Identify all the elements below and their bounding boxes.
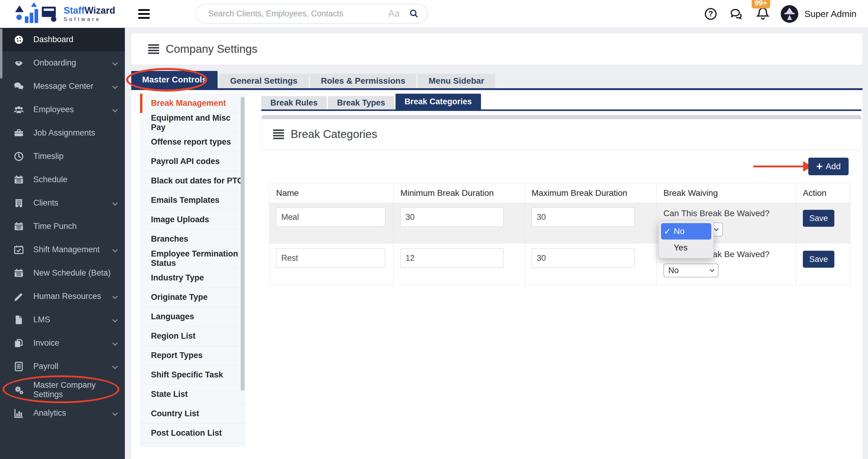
settings-nav-item-languages[interactable]: Languages (140, 307, 246, 327)
sidebar-item-timeslip[interactable]: Timeslip (0, 145, 125, 168)
sidebar-item-invoice[interactable]: Invoice (0, 331, 125, 355)
sidebar-item-label: Invoice (33, 338, 59, 348)
settings-nav-item-originate-type[interactable]: Originate Type (140, 288, 246, 307)
chevron-down-icon (112, 83, 118, 89)
chevron-down-icon (112, 317, 118, 322)
gears-icon (12, 384, 26, 396)
add-button[interactable]: Add (808, 158, 848, 175)
table-header-row: Name Minimum Break Duration Maximum Brea… (270, 183, 850, 203)
chevron-down-icon (112, 340, 118, 346)
waive-dropdown-menu: No Yes (658, 221, 714, 258)
tab-break-rules[interactable]: Break Rules (261, 96, 327, 110)
case-sensitivity-toggle[interactable]: Aa (388, 8, 400, 19)
sidebar-item-new-schedule-beta[interactable]: New Schedule (Beta) (0, 261, 125, 285)
settings-nav-item-branches[interactable]: Branches (140, 230, 246, 249)
waive-select[interactable]: No (663, 264, 719, 277)
sidebar-item-human-resources[interactable]: Human Resources (0, 285, 125, 308)
settings-nav-item-image-uploads[interactable]: Image Uploads (140, 210, 246, 230)
app-logo[interactable]: StaffWizard Software (14, 2, 115, 25)
brand-name-part2: Wizard (85, 5, 115, 16)
settings-nav-item-offense-report-types[interactable]: Offense report types (140, 132, 246, 152)
column-header-max-duration: Maximum Break Duration (525, 183, 657, 203)
settings-nav-item-industry-type[interactable]: Industry Type (140, 268, 246, 288)
settings-nav-item-post-location-list[interactable]: Post Location List (140, 424, 246, 443)
sidebar-item-analytics[interactable]: Analytics (0, 401, 125, 425)
waive-question-label: Can This Break Be Waived? (663, 209, 796, 218)
settings-nav-item-blackout-dates-pto[interactable]: Black out dates for PTO (140, 171, 246, 191)
user-name[interactable]: Super Admin (804, 9, 857, 19)
settings-nav-item-emails-templates[interactable]: Emails Templates (140, 191, 246, 210)
settings-nav-item-shift-specific-task[interactable]: Shift Specific Task (140, 365, 246, 385)
chevron-down-icon (112, 247, 118, 252)
user-avatar[interactable] (781, 5, 798, 23)
tab-break-categories[interactable]: Break Categories (396, 94, 481, 110)
sidebar-item-message-center[interactable]: Message Center (0, 74, 125, 98)
max-duration-input[interactable] (532, 207, 634, 227)
settings-nav-item-region-list[interactable]: Region List (140, 327, 246, 346)
sidebar-item-onboarding[interactable]: Onboarding (0, 51, 125, 74)
global-search: Aa (195, 4, 428, 24)
calendar-icon (12, 267, 26, 279)
sidebar-item-job-assignments[interactable]: Job Assignments (0, 121, 125, 145)
help-icon[interactable] (704, 7, 718, 21)
search-icon[interactable] (409, 8, 419, 19)
save-button[interactable]: Save (803, 251, 834, 268)
sidebar-item-label: Onboarding (33, 58, 76, 68)
settings-nav-item-break-management[interactable]: Break Management (140, 94, 246, 113)
list-icon (273, 129, 284, 139)
sidebar-item-dashboard[interactable]: Dashboard (0, 28, 125, 51)
tab-menu-sidebar[interactable]: Menu Sidebar (417, 74, 495, 88)
search-input[interactable] (208, 9, 385, 19)
sidebar-item-schedule[interactable]: Schedule (0, 168, 125, 191)
min-duration-input[interactable] (400, 248, 503, 268)
table-row: Can This Break Be Waived? No Save (270, 243, 850, 285)
section-header-strip (261, 115, 861, 119)
sidebar-item-clients[interactable]: Clients (0, 191, 125, 215)
dropdown-option-no[interactable]: No (661, 223, 711, 240)
settings-nav-item-report-types[interactable]: Report Types (140, 346, 246, 365)
logo-illustration-icon (14, 2, 59, 25)
chevron-down-icon (112, 107, 118, 112)
tab-roles-permissions[interactable]: Roles & Permissions (310, 74, 416, 88)
break-management-content: Break Rules Break Types Break Categories… (261, 94, 861, 285)
notifications-bell[interactable]: 99+ (755, 6, 770, 22)
messages-icon[interactable] (729, 7, 743, 21)
master-controls-panel: Break Management Equipment and Misc Pay … (131, 90, 863, 459)
sidebar-scrollbar[interactable] (0, 29, 2, 79)
settings-nav-item-state-list[interactable]: State List (140, 385, 246, 404)
column-header-min-duration: Minimum Break Duration (394, 183, 525, 203)
settings-nav: Break Management Equipment and Misc Pay … (140, 94, 246, 447)
main-sidebar: Dashboard Onboarding Message Center Empl… (0, 28, 125, 459)
chevron-down-icon (112, 200, 118, 206)
sidebar-item-payroll[interactable]: Payroll (0, 355, 125, 378)
tab-break-types[interactable]: Break Types (328, 96, 394, 110)
sidebar-item-master-company-settings[interactable]: Master Company Settings (0, 378, 125, 401)
logo-text: StaffWizard Software (64, 6, 115, 22)
hamburger-menu-icon[interactable] (138, 9, 150, 19)
copy-icon (12, 337, 26, 349)
chevron-down-icon (112, 60, 118, 65)
settings-tab-bar: Master Controls General Settings Roles &… (131, 71, 863, 88)
sidebar-item-label: Time Punch (33, 222, 77, 231)
min-duration-input[interactable] (400, 207, 503, 227)
settings-nav-item-employee-termination-status[interactable]: Employee Termination Status (140, 249, 246, 268)
sidebar-item-employees[interactable]: Employees (0, 98, 125, 121)
name-input[interactable] (276, 207, 385, 227)
settings-nav-scrollbar[interactable] (241, 97, 245, 391)
add-button-label: Add (826, 161, 841, 171)
settings-nav-item-equipment-misc-pay[interactable]: Equipment and Misc Pay (140, 113, 246, 132)
name-input[interactable] (276, 248, 385, 268)
waive-select-value: No (668, 266, 679, 275)
tab-general-settings[interactable]: General Settings (219, 74, 309, 88)
sidebar-item-time-punch[interactable]: Time Punch (0, 215, 125, 238)
tab-master-controls[interactable]: Master Controls (131, 71, 218, 88)
save-button[interactable]: Save (803, 210, 834, 227)
settings-nav-item-payroll-api-codes[interactable]: Payroll API codes (140, 152, 246, 171)
settings-nav-item-country-list[interactable]: Country List (140, 404, 246, 424)
chevron-down-icon (714, 226, 719, 231)
avatar-robe-icon (787, 14, 792, 20)
dropdown-option-yes[interactable]: Yes (661, 240, 711, 256)
max-duration-input[interactable] (532, 248, 634, 268)
sidebar-item-lms[interactable]: LMS (0, 308, 125, 331)
sidebar-item-shift-management[interactable]: Shift Management (0, 238, 125, 261)
